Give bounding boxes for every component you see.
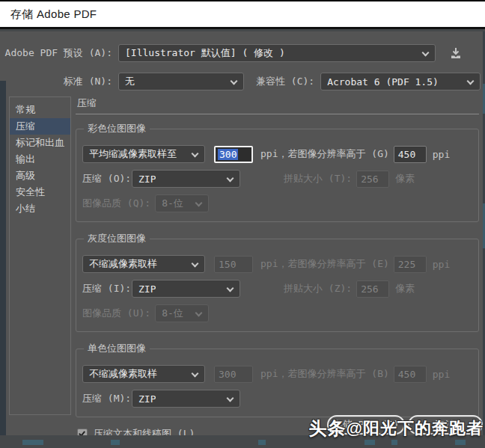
resolution-threshold-label: ppi，若图像分辨率高于 (E) (260, 257, 389, 271)
chevron-down-icon (467, 78, 475, 85)
dialog-footer: 存储 PDF (S) 取消 (327, 415, 483, 435)
category-listbox: 常规 压缩 标记和出血 输出 高级 安全性 小结 (9, 96, 71, 415)
section-legend: 单色位图图像 (84, 342, 150, 355)
sidebar-item-marks-bleeds[interactable]: 标记和出血 (10, 135, 70, 151)
mono-compression-select[interactable]: ZIP (132, 390, 240, 408)
input-value: 450 (398, 149, 415, 160)
download-preset-icon (449, 46, 463, 60)
section-legend: 灰度位图图像 (84, 232, 150, 245)
image-quality-label: 图像品质 (U): (82, 307, 150, 320)
color-compression-select[interactable]: ZIP (132, 170, 240, 188)
sidebar-item-compression[interactable]: 压缩 (10, 118, 70, 135)
color-tile-size-input: 256 (356, 171, 389, 188)
quality-row: 图像品质 (Q): 8-位 (82, 194, 472, 212)
mono-downsample-method-select[interactable]: 不缩减像素取样 (82, 365, 205, 383)
color-image-quality-select: 8-位 (155, 194, 209, 212)
standard-label: 标准 (N): (0, 75, 112, 88)
input-value: 256 (361, 174, 378, 185)
section-legend: 彩色位图图像 (84, 122, 150, 135)
select-value: ZIP (138, 174, 156, 185)
downsample-row: 不缩减像素取样 150 ppi，若图像分辨率高于 (E) 225 ppi (82, 255, 472, 273)
standard-row: 标准 (N): 无 兼容性 (C): Acrobat 6 (PDF 1.5) (0, 73, 483, 90)
dialog-title: 存储 Adobe PDF (10, 7, 97, 22)
preset-row: Adobe PDF 预设 (A): [Illustrator 默认值] ( 修改… (0, 44, 483, 62)
standard-select[interactable]: 无 (118, 73, 244, 90)
chevron-down-icon (192, 370, 199, 378)
color-downsample-method-select[interactable]: 平均缩减像素取样至 (82, 145, 205, 163)
tile-size-label: 拼贴大小 (T): (284, 172, 352, 185)
compatibility-value: Acrobat 6 (PDF 1.5) (327, 76, 439, 88)
compression-label: 压缩 (I): (82, 282, 132, 295)
preset-value: [Illustrator 默认值] ( 修改 ) (125, 46, 285, 60)
select-value: 不缩减像素取样 (89, 257, 157, 271)
chevron-down-icon (227, 175, 234, 182)
input-value: 450 (398, 369, 415, 380)
compression-row: 压缩 (M): ZIP (82, 390, 472, 408)
select-value: 平均缩减像素取样至 (89, 147, 177, 161)
cancel-button[interactable]: 取消 (408, 415, 483, 435)
image-quality-label: 图像品质 (Q): (82, 197, 150, 210)
chevron-down-icon (227, 285, 234, 292)
tile-size-label: 拼贴大小 (Z): (284, 282, 352, 295)
sidebar-item-summary[interactable]: 小结 (10, 200, 70, 217)
chevron-down-icon (192, 150, 199, 158)
chevron-down-icon (192, 260, 199, 268)
pdf-preset-select[interactable]: [Illustrator 默认值] ( 修改 ) (118, 44, 436, 62)
downsample-row: 不缩减像素取样 300 ppi，若图像分辨率高于 (B) 450 ppi (82, 365, 472, 383)
chevron-down-icon (195, 310, 203, 317)
panel-title: 压缩 (76, 96, 479, 114)
pixels-unit-label: 像素 (395, 282, 415, 295)
selected-text: 300 (218, 149, 238, 160)
gray-compression-select[interactable]: ZIP (132, 280, 240, 298)
preset-label: Adobe PDF 预设 (A): (0, 46, 112, 60)
grayscale-bitmap-section: 灰度位图图像 不缩减像素取样 150 ppi，若图像分辨率高于 (E) 225 (76, 232, 479, 332)
standard-value: 无 (125, 75, 135, 88)
ppi-unit-label: ppi (433, 149, 450, 160)
color-bitmap-section: 彩色位图图像 平均缩减像素取样至 300 ppi，若图像分辨率高于 (G) 45… (76, 122, 479, 222)
chevron-down-icon (195, 200, 203, 207)
compression-row: 压缩 (O): ZIP 拼贴大小 (T): 256 像素 (82, 170, 472, 188)
sidebar-item-output[interactable]: 输出 (10, 151, 70, 168)
compatibility-select[interactable]: Acrobat 6 (PDF 1.5) (320, 73, 481, 90)
color-threshold-input[interactable]: 450 (394, 146, 427, 163)
chevron-down-icon (227, 395, 234, 402)
mono-ppi-input: 300 (214, 366, 253, 383)
resolution-threshold-label: ppi，若图像分辨率高于 (B) (260, 367, 389, 381)
gray-ppi-input: 150 (214, 256, 253, 273)
gray-threshold-input: 225 (394, 256, 427, 273)
save-pdf-button[interactable]: 存储 PDF (S) (327, 415, 405, 435)
compression-label: 压缩 (O): (82, 172, 132, 185)
ppi-unit-label: ppi (433, 259, 450, 270)
save-adobe-pdf-dialog: 存储 Adobe PDF Adobe PDF 预设 (A): [Illustra… (0, 0, 485, 448)
dialog-content: 常规 压缩 标记和出血 输出 高级 安全性 小结 压缩 彩色位图图像 平均缩减像… (0, 96, 483, 441)
pixels-unit-label: 像素 (395, 172, 415, 185)
quality-row: 图像品质 (U): 8-位 (82, 304, 472, 322)
gray-downsample-method-select[interactable]: 不缩减像素取样 (82, 255, 205, 273)
chevron-down-icon (231, 78, 238, 85)
chevron-down-icon (422, 49, 430, 57)
compatibility-label: 兼容性 (C): (256, 75, 314, 88)
resolution-threshold-label: ppi，若图像分辨率高于 (G) (260, 147, 389, 161)
gray-image-quality-select: 8-位 (155, 304, 209, 322)
gray-tile-size-input: 256 (356, 280, 389, 298)
compression-row: 压缩 (I): ZIP 拼贴大小 (Z): 256 像素 (82, 280, 472, 298)
select-value: ZIP (138, 393, 156, 405)
select-value: 不缩减像素取样 (89, 367, 157, 381)
input-value: 150 (219, 259, 236, 270)
mono-threshold-input: 450 (394, 366, 427, 383)
sidebar-item-general[interactable]: 常规 (10, 102, 70, 118)
downsample-row: 平均缩减像素取样至 300 ppi，若图像分辨率高于 (G) 450 ppi (82, 145, 472, 163)
select-value: 8-位 (162, 307, 183, 320)
color-ppi-input[interactable]: 300 (214, 146, 253, 163)
dialog-body: Adobe PDF 预设 (A): [Illustrator 默认值] ( 修改… (0, 31, 483, 435)
sidebar-item-security[interactable]: 安全性 (10, 184, 70, 200)
input-value: 300 (219, 369, 236, 380)
dialog-titlebar: 存储 Adobe PDF (0, 0, 485, 29)
save-preset-button[interactable] (446, 45, 466, 61)
ppi-unit-label: ppi (433, 369, 450, 380)
select-value: 8-位 (162, 197, 183, 210)
background-app-left-edge (0, 81, 6, 448)
select-value: ZIP (138, 283, 156, 295)
background-app-bottom-edge (0, 435, 485, 448)
sidebar-item-advanced[interactable]: 高级 (10, 168, 70, 184)
